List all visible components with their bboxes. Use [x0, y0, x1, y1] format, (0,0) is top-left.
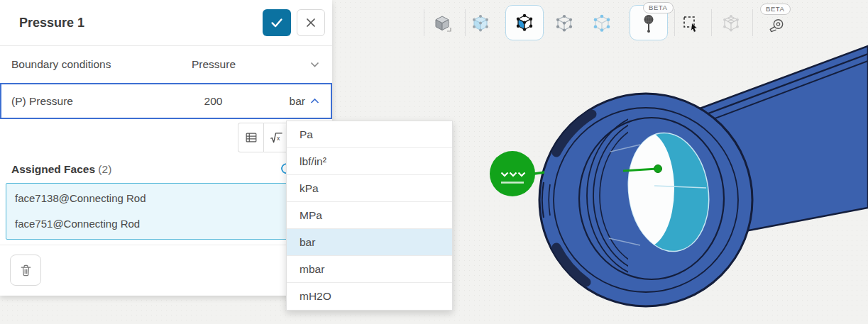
- unit-option-mpa[interactable]: MPa: [287, 202, 452, 229]
- check-icon: [269, 15, 285, 30]
- panel-header: Pressure 1: [0, 0, 332, 46]
- mesh-view-tool-button[interactable]: [715, 8, 747, 39]
- assigned-faces-count: (2): [98, 163, 111, 175]
- shaded-cube-active-icon: [515, 13, 534, 33]
- shaded-cube-vertices-view-button[interactable]: [465, 8, 496, 39]
- box-select-icon: [681, 13, 701, 33]
- svg-text:x: x: [276, 135, 280, 142]
- box-select-tool-button[interactable]: [675, 8, 706, 39]
- unit-option-bar[interactable]: bar: [287, 229, 452, 256]
- assigned-faces-label: Assigned Faces: [11, 163, 95, 175]
- solid-cube-icon: [432, 13, 452, 33]
- close-icon: [306, 18, 316, 28]
- simulation-workbench: { "panel": { "title": "Pressure 1", "bou…: [0, 0, 868, 324]
- pressure-label: (P) Pressure: [11, 95, 204, 108]
- unit-option-kpa[interactable]: kPa: [287, 175, 452, 202]
- probe-point-icon: [639, 13, 659, 33]
- formula-button[interactable]: x: [263, 123, 289, 152]
- beta-badge: BETA: [643, 2, 674, 13]
- chevron-up-icon: [310, 98, 319, 104]
- assigned-faces-header: Assigned Faces (2): [11, 163, 111, 176]
- unit-select[interactable]: bar: [290, 95, 319, 108]
- chevron-down-icon: [310, 62, 319, 68]
- vertices-cube-icon: [592, 13, 612, 33]
- boundary-conditions-select[interactable]: Pressure: [192, 58, 319, 71]
- apply-button[interactable]: [263, 9, 291, 36]
- solid-cube-view-button[interactable]: [427, 8, 458, 39]
- face-item: face751@Connecting Rod: [15, 211, 316, 237]
- boundary-conditions-value: Pressure: [192, 58, 310, 71]
- panel-footer: [0, 245, 332, 296]
- measure-tape-icon: [767, 17, 787, 37]
- measure-tool-button[interactable]: [762, 11, 793, 43]
- face-item: face7138@Connecting Rod: [15, 186, 316, 211]
- shaded-cube-active-view-button[interactable]: [505, 5, 544, 40]
- pressure-input[interactable]: [204, 95, 290, 108]
- mesh-cube-icon: [721, 13, 741, 33]
- unit-option-mbar[interactable]: mbar: [287, 256, 452, 283]
- unit-select-value: bar: [290, 95, 305, 108]
- trash-icon: [18, 262, 33, 278]
- table-input-button[interactable]: [238, 123, 263, 152]
- shaded-cube-vertices-icon: [471, 13, 490, 33]
- beta-badge: BETA: [760, 4, 791, 15]
- wireframe-vertices-view-button[interactable]: [549, 8, 580, 39]
- boundary-conditions-row: Boundary conditions Pressure: [0, 46, 332, 83]
- close-button[interactable]: [297, 9, 325, 36]
- toolbar-separator: [424, 9, 424, 36]
- unit-option-lbfin2[interactable]: lbf/in²: [287, 148, 452, 175]
- panel-title: Pressure 1: [19, 16, 263, 30]
- unit-option-pa[interactable]: Pa: [287, 121, 452, 148]
- vertices-cube-view-button[interactable]: [586, 8, 617, 39]
- pressure-value-row: (P) Pressure bar: [0, 83, 332, 119]
- unit-option-mh2o[interactable]: mH2O: [287, 283, 452, 310]
- toolbar-separator: [711, 9, 712, 36]
- boundary-conditions-label: Boundary conditions: [11, 58, 192, 71]
- toolbar-separator: [752, 9, 753, 36]
- formula-sqrt-icon: x: [269, 130, 284, 145]
- value-input-mode-buttons: x: [238, 123, 289, 152]
- pressure-widget-handle: [490, 151, 535, 196]
- unit-dropdown-menu: Pa lbf/in² kPa MPa bar mbar mH2O: [286, 121, 453, 311]
- assigned-faces-box[interactable]: face7138@Connecting Rod face751@Connecti…: [6, 183, 325, 240]
- boundary-condition-panel: Pressure 1 Boundary conditions Pressure …: [0, 0, 332, 296]
- delete-button[interactable]: [10, 255, 41, 286]
- wireframe-vertices-icon: [554, 13, 574, 33]
- table-icon: [244, 130, 258, 145]
